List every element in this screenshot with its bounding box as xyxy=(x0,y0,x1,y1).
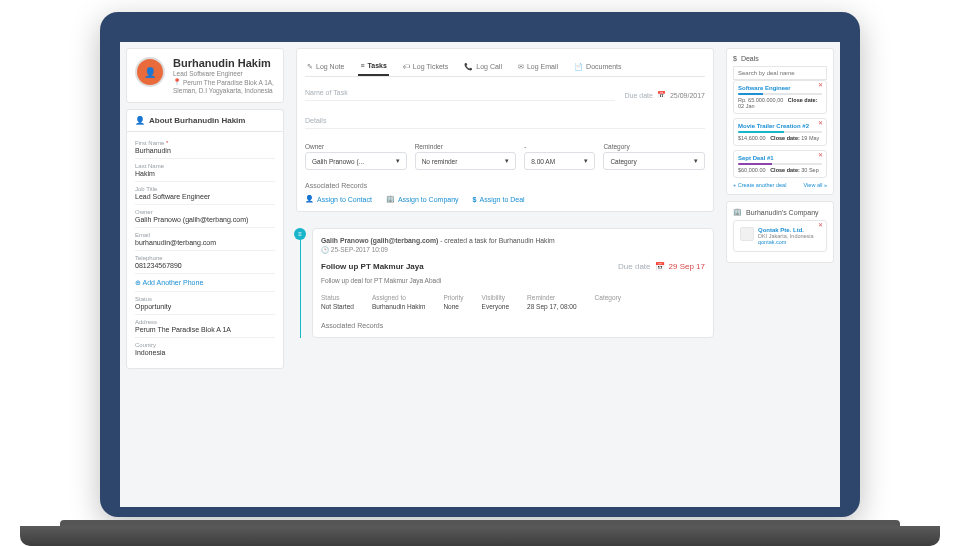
deal-search-input[interactable] xyxy=(733,66,827,80)
first-name-label: First Name xyxy=(135,140,164,146)
phone-icon: 📞 xyxy=(464,63,473,71)
tag-icon: 🏷 xyxy=(403,63,410,70)
deal-item[interactable]: ✕Software EngineerRp. 65.000.000,00 Clos… xyxy=(733,80,827,114)
tab-log-note[interactable]: ✎Log Note xyxy=(305,57,346,76)
telephone-label: Telephone xyxy=(135,255,275,261)
address-label: Address xyxy=(135,319,275,325)
first-name-value[interactable]: Burhanudin xyxy=(135,147,275,154)
due-date-label: Due date xyxy=(625,92,653,99)
timeline-desc: Follow up deal for PT Makmur Jaya Abadi xyxy=(321,277,705,284)
remove-company-button[interactable]: ✕ xyxy=(818,222,823,228)
email-label: Email xyxy=(135,232,275,238)
tab-tasks[interactable]: ≡Tasks xyxy=(358,57,388,76)
tab-log-email-label: Log Email xyxy=(527,63,558,70)
reminder-select[interactable]: No reminder▾ xyxy=(415,152,517,170)
edit-icon: ✎ xyxy=(307,63,313,71)
col-status-h: Status xyxy=(321,294,354,301)
chevron-down-icon: ▾ xyxy=(584,157,588,165)
task-details-input[interactable]: Details xyxy=(305,117,705,129)
profile-address-2: Sleman, D.I Yogyakarta, Indonesia xyxy=(173,87,274,94)
last-name-value[interactable]: Hakim xyxy=(135,170,275,177)
owner-select-label: Owner xyxy=(305,143,407,150)
deal-close-info: $60,000.00 Close date: 30 Sep xyxy=(738,167,822,173)
assign-contact-button[interactable]: 👤Assign to Contact xyxy=(305,195,372,203)
job-title-value[interactable]: Lead Software Engineer xyxy=(135,193,275,200)
col-assigned-v: Burhanudin Hakim xyxy=(372,303,425,310)
list-icon: ≡ xyxy=(360,62,364,69)
chevron-down-icon: ▾ xyxy=(505,157,509,165)
timeline-actor: Galih Pranowo (galih@terbang.com) xyxy=(321,237,438,244)
deal-close-info: $14,600.00 Close date: 19 May xyxy=(738,135,822,141)
profile-header: 👤 Burhanudin Hakim Lead Software Enginee… xyxy=(126,48,284,103)
status-value[interactable]: Opportunity xyxy=(135,303,275,310)
chevron-down-icon: ▾ xyxy=(396,157,400,165)
tabs: ✎Log Note ≡Tasks 🏷Log Tickets 📞Log Call … xyxy=(305,57,705,77)
col-visibility-v: Everyone xyxy=(482,303,509,310)
reminder-select-value: No reminder xyxy=(422,158,458,165)
time-select[interactable]: 8.00 AM▾ xyxy=(524,152,595,170)
required-star: * xyxy=(166,140,168,146)
deals-heading: Deals xyxy=(741,55,759,62)
remove-deal-button[interactable]: ✕ xyxy=(818,82,823,88)
task-name-input[interactable]: Name of Task xyxy=(305,89,615,101)
col-reminder-h: Reminder xyxy=(527,294,577,301)
view-all-deals-link[interactable]: View all » xyxy=(804,182,827,188)
deal-name: Software Engineer xyxy=(738,85,822,91)
timeline-card: Galih Pranowo (galih@terbang.com) - crea… xyxy=(312,228,714,338)
file-icon: 📄 xyxy=(574,63,583,71)
due-date-value[interactable]: 25/09/2017 xyxy=(670,92,705,99)
country-value[interactable]: Indonesia xyxy=(135,349,275,356)
owner-select-value: Galih Pranowo (... xyxy=(312,158,364,165)
company-logo xyxy=(740,227,754,241)
deal-item[interactable]: ✕Sept Deal #1$60,000.00 Close date: 30 S… xyxy=(733,150,827,178)
person-icon: 👤 xyxy=(135,116,145,125)
create-deal-label: Create another deal xyxy=(738,182,787,188)
timeline-due-value: 29 Sep 17 xyxy=(669,262,705,271)
tab-log-tickets[interactable]: 🏷Log Tickets xyxy=(401,57,450,76)
assign-deal-label: Assign to Deal xyxy=(479,196,524,203)
email-value[interactable]: burhanudin@terbang.com xyxy=(135,239,275,246)
dollar-icon: $ xyxy=(733,55,737,62)
assign-company-button[interactable]: 🏢Assign to Company xyxy=(386,195,459,203)
timeline: ≡ Galih Pranowo (galih@terbang.com) - cr… xyxy=(296,228,714,338)
address-value[interactable]: Perum The Paradise Blok A 1A xyxy=(135,326,275,333)
col-reminder-v: 28 Sep 17, 08:00 xyxy=(527,303,577,310)
building-icon: 🏢 xyxy=(386,195,395,203)
assign-contact-label: Assign to Contact xyxy=(317,196,372,203)
assign-deal-button[interactable]: $Assign to Deal xyxy=(473,195,525,203)
tab-log-call[interactable]: 📞Log Call xyxy=(462,57,504,76)
owner-select[interactable]: Galih Pranowo (...▾ xyxy=(305,152,407,170)
telephone-value[interactable]: 081234567890 xyxy=(135,262,275,269)
deal-progress-bar xyxy=(738,163,822,165)
col-priority-h: Priority xyxy=(443,294,463,301)
company-heading: Burhanudin's Company xyxy=(746,209,819,216)
calendar-icon: 📅 xyxy=(655,262,665,271)
create-deal-link[interactable]: + Create another deal xyxy=(733,182,786,188)
deal-item[interactable]: ✕Movie Trailer Creation #2$14,600.00 Clo… xyxy=(733,118,827,146)
avatar: 👤 xyxy=(135,57,165,87)
assign-company-label: Assign to Company xyxy=(398,196,459,203)
deal-close-info: Rp. 65.000.000,00 Close date: 02 Jan xyxy=(738,97,822,109)
country-label: Country xyxy=(135,342,275,348)
deal-name: Movie Trailer Creation #2 xyxy=(738,123,822,129)
company-panel: 🏢Burhanudin's Company ✕ Qontak Pte. Ltd.… xyxy=(726,201,834,263)
category-select[interactable]: Category▾ xyxy=(603,152,705,170)
remove-deal-button[interactable]: ✕ xyxy=(818,152,823,158)
remove-deal-button[interactable]: ✕ xyxy=(818,120,823,126)
owner-label: Owner xyxy=(135,209,275,215)
owner-value[interactable]: Galih Pranowo (galih@terbang.com) xyxy=(135,216,275,223)
tab-log-call-label: Log Call xyxy=(476,63,502,70)
deal-progress-bar xyxy=(738,93,822,95)
tab-documents[interactable]: 📄Documents xyxy=(572,57,623,76)
profile-address-1: 📍 Perum The Paradise Blok A 1A, xyxy=(173,78,274,86)
add-phone-link[interactable]: ⊕ Add Another Phone xyxy=(135,279,275,287)
tab-log-email[interactable]: ✉Log Email xyxy=(516,57,560,76)
category-select-value: Category xyxy=(610,158,636,165)
clock-icon: 🕑 xyxy=(321,246,329,253)
time-select-label: - xyxy=(524,143,595,150)
timeline-task-title: Follow up PT Makmur Jaya xyxy=(321,262,424,271)
timeline-due-label: Due date xyxy=(618,262,650,271)
tab-log-tickets-label: Log Tickets xyxy=(413,63,448,70)
building-icon: 🏢 xyxy=(733,208,742,216)
timeline-dot-icon: ≡ xyxy=(294,228,306,240)
